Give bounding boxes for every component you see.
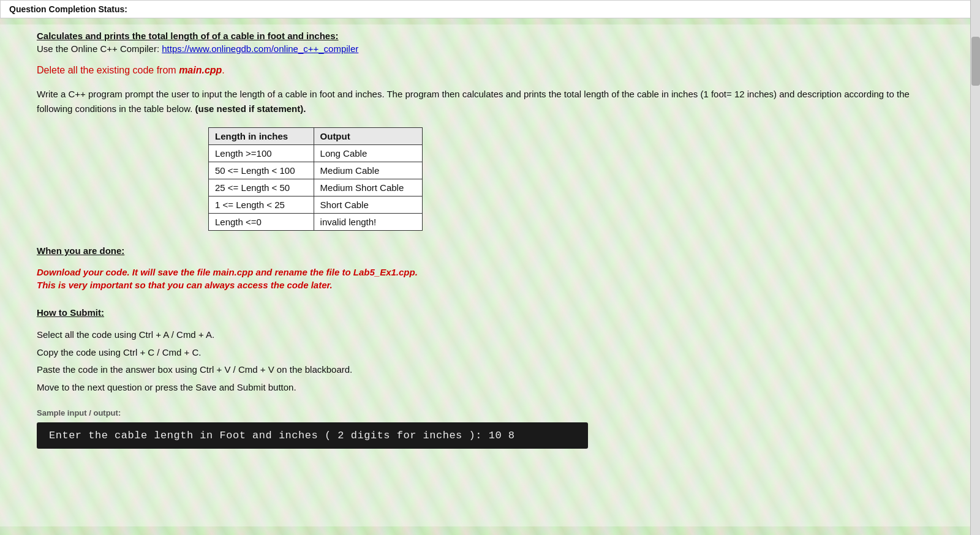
length-cell: 50 <= Length < 100: [209, 162, 314, 179]
table-row: 50 <= Length < 100Medium Cable: [209, 162, 423, 179]
main-cpp-highlight: main.cpp: [179, 65, 222, 75]
output-cell: Short Cable: [314, 196, 423, 214]
length-cell: Length >=100: [209, 145, 314, 162]
delete-line: Delete all the existing code from main.c…: [37, 65, 943, 76]
delete-text-before: Delete all the existing code from: [37, 65, 179, 75]
submit-step: Copy the code using Ctrl + C / Cmd + C.: [37, 344, 943, 362]
submit-steps: Select all the code using Ctrl + A / Cmd…: [37, 326, 943, 396]
length-cell: Length <=0: [209, 214, 314, 231]
compiler-line: Use the Online C++ Compiler: https://www…: [37, 43, 943, 54]
important-line: This is very important so that you can a…: [37, 280, 943, 290]
submit-step: Select all the code using Ctrl + A / Cmd…: [37, 326, 943, 344]
description-main: Write a C++ program prompt the user to i…: [37, 89, 910, 114]
compiler-link[interactable]: https://www.onlinegdb.com/online_c++_com…: [162, 43, 358, 54]
table-row: 25 <= Length < 50Medium Short Cable: [209, 179, 423, 196]
sample-label: Sample input / output:: [37, 408, 943, 417]
lab-file: Lab5_Ex1.cpp: [353, 267, 415, 277]
terminal-box: Enter the cable length in Foot and inche…: [37, 422, 588, 449]
question-status-bar: Question Completion Status:: [0, 0, 980, 18]
download-prefix: Download your code. It will save the fil…: [37, 267, 213, 277]
use-nested-label: (use nested if statement).: [195, 103, 306, 114]
table-wrapper: Length in inches Output Length >=100Long…: [208, 127, 943, 231]
table-row: Length <=0invalid length!: [209, 214, 423, 231]
how-to-submit-label: How to Submit:: [37, 307, 943, 318]
table-row: Length >=100Long Cable: [209, 145, 423, 162]
submit-step: Paste the code in the answer box using C…: [37, 361, 943, 379]
length-cell: 25 <= Length < 50: [209, 179, 314, 196]
compiler-prefix: Use the Online C++ Compiler:: [37, 43, 162, 54]
content-area: Calculates and prints the total length o…: [0, 24, 980, 526]
output-cell: Medium Cable: [314, 162, 423, 179]
output-cell: invalid length!: [314, 214, 423, 231]
col-header-length: Length in inches: [209, 128, 314, 145]
page-title: Calculates and prints the total length o…: [37, 31, 943, 41]
length-cell: 1 <= Length < 25: [209, 196, 314, 214]
output-cell: Long Cable: [314, 145, 423, 162]
cable-table: Length in inches Output Length >=100Long…: [208, 127, 423, 231]
scrollbar-thumb[interactable]: [971, 37, 980, 86]
table-header-row: Length in inches Output: [209, 128, 423, 145]
scrollbar[interactable]: [970, 0, 980, 535]
download-middle: and rename the file to: [253, 267, 353, 277]
status-label: Question Completion Status:: [9, 4, 127, 14]
when-done-label: When you are done:: [37, 245, 943, 256]
delete-text-after: .: [222, 65, 224, 75]
download-line1: Download your code. It will save the fil…: [37, 267, 943, 277]
description-text: Write a C++ program prompt the user to i…: [37, 87, 925, 116]
col-header-output: Output: [314, 128, 423, 145]
table-row: 1 <= Length < 25Short Cable: [209, 196, 423, 214]
output-cell: Medium Short Cable: [314, 179, 423, 196]
main-cpp-file: main.cpp: [213, 267, 254, 277]
download-after: .: [415, 267, 418, 277]
submit-step: Move to the next question or press the S…: [37, 379, 943, 397]
